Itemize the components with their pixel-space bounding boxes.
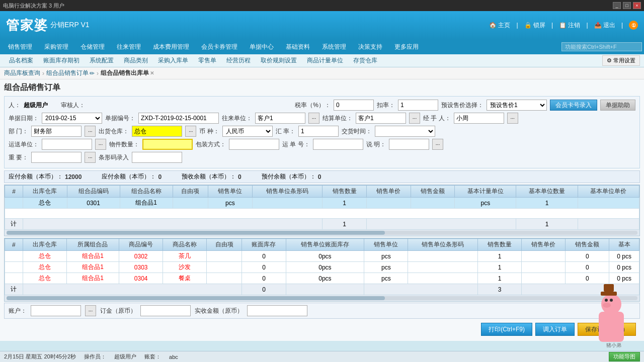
remark-dots-btn[interactable]: ··· <box>432 139 443 150</box>
currency-select[interactable]: 人民币 <box>222 126 273 137</box>
nav-purchase[interactable]: 采购管理 <box>38 39 74 54</box>
sub-nav-purchase-in[interactable]: 采购入库单 <box>153 54 193 67</box>
audit-label: 审核人： <box>61 101 85 110</box>
sub-nav-history[interactable]: 经营历程 <box>221 54 256 67</box>
shipping-no-input[interactable] <box>313 139 363 150</box>
drd3-barcode <box>408 273 478 284</box>
td-name: 组合品1 <box>120 198 173 209</box>
breadcrumb-stock-query[interactable]: 商品库板查询 <box>4 69 40 77</box>
nav-transactions[interactable]: 往来管理 <box>111 39 147 54</box>
dept-input[interactable] <box>31 126 82 137</box>
receivable-value: 0 <box>158 173 162 180</box>
shipping-input[interactable] <box>42 139 92 150</box>
settings-btn[interactable]: ⚙ 常用设置 <box>602 55 640 66</box>
lock-link[interactable]: 🔒 锁屏 <box>524 21 545 30</box>
form-row-4: 运送单位： ··· 物件数量： 包装方式： 运 单 号： 说 明： ··· <box>9 139 635 150</box>
handler-dots-btn[interactable]: ··· <box>507 113 518 124</box>
drd-warehouse: 总仓 <box>23 251 66 262</box>
nav-orders[interactable]: 单据中心 <box>244 39 280 54</box>
info-icon[interactable]: ① <box>629 21 638 30</box>
dept-dots-btn[interactable]: ··· <box>85 126 96 137</box>
breadcrumb-combo-order[interactable]: 组合品销售订单 ✏ <box>46 69 95 77</box>
drd-free <box>207 251 242 262</box>
quantity-input[interactable] <box>142 139 193 150</box>
breadcrumb-close-btn[interactable]: ✕ <box>150 70 154 76</box>
nav-decisions[interactable]: 决策支持 <box>352 39 388 54</box>
delivery-select[interactable] <box>375 126 435 137</box>
drd3-free <box>207 273 242 284</box>
scrollbar-track[interactable] <box>7 231 637 235</box>
th-amount: 销售金额 <box>411 186 455 198</box>
drd-unit-stock: 0pcs <box>286 251 364 262</box>
account-input[interactable] <box>31 305 81 316</box>
th-base-qty: 基本单位数量 <box>516 186 578 198</box>
sub-nav-stock-init[interactable]: 账面库存期初 <box>38 54 85 67</box>
shipping-dots-btn[interactable]: ··· <box>95 139 106 150</box>
th-base-price: 基本单位单价 <box>578 186 639 198</box>
help-map-btn[interactable]: 功能导图 <box>609 352 640 361</box>
warehouse-input[interactable] <box>132 126 182 137</box>
nav-sales[interactable]: 销售管理 <box>2 39 38 54</box>
minimize-btn[interactable]: _ <box>613 2 621 9</box>
nav-basic[interactable]: 基础资料 <box>280 39 316 54</box>
settlement-dots-btn[interactable]: ··· <box>409 113 420 124</box>
nav-more[interactable]: 更多应用 <box>388 39 425 54</box>
date-select[interactable]: 2019-02-15 <box>42 113 102 124</box>
drd2-warehouse: 总仓 <box>23 262 66 273</box>
sub-nav-items[interactable]: 品名档案 <box>4 54 38 67</box>
sub-nav-warehouse[interactable]: 存货仓库 <box>348 54 382 67</box>
detail-row-1[interactable]: 总仓 组合品1 0302 茶几 0 0pcs pcs 1 0 0 pcs <box>5 251 639 262</box>
print-btn[interactable]: 打印(Ctrl+F9) <box>481 323 532 336</box>
import-btn[interactable]: 调入订单 <box>535 323 575 336</box>
dth-unit: 销售单位 <box>364 239 408 251</box>
sub-nav-category[interactable]: 商品类别 <box>119 54 153 67</box>
important-input[interactable] <box>31 152 82 163</box>
home-link[interactable]: 🏠 主页 <box>489 21 510 30</box>
price-select[interactable]: 预设售价1 <box>487 100 547 111</box>
main-table-scrollbar[interactable] <box>5 230 639 236</box>
breadcrumb-combo-out[interactable]: 组合品销售出库单 ✕ <box>101 69 154 77</box>
warehouse-dots-btn[interactable]: ··· <box>185 126 196 137</box>
member-card-btn[interactable]: 会员卡号录入 <box>550 100 597 111</box>
table-row[interactable]: 总仓 0301 组合品1 pcs 1 pcs 1 <box>5 198 639 209</box>
td-base-qty: 1 <box>516 198 578 209</box>
nav-search-input[interactable] <box>561 42 642 51</box>
number-input[interactable] <box>138 113 219 124</box>
maximize-btn[interactable]: □ <box>623 2 631 9</box>
remark-input[interactable] <box>389 139 429 150</box>
order-input[interactable] <box>140 305 191 316</box>
exit-link[interactable]: 📤 退出 <box>594 21 615 30</box>
to-input[interactable] <box>255 113 305 124</box>
user-label: 人： <box>9 101 21 110</box>
sub-nav-unit[interactable]: 商品计量单位 <box>302 54 348 67</box>
help-btn[interactable]: 单据助助 <box>600 100 635 111</box>
shipping-no-label: 运 单 号： <box>282 140 310 149</box>
barcode-input[interactable] <box>132 152 182 163</box>
pack-input[interactable] <box>229 139 279 150</box>
important-dots-btn[interactable]: ··· <box>85 152 96 163</box>
drd2-name: 沙发 <box>163 262 207 273</box>
sub-nav-config[interactable]: 系统配置 <box>85 54 119 67</box>
discount-input[interactable] <box>398 100 438 111</box>
detail-table-scrollbar[interactable] <box>5 295 639 301</box>
received-input[interactable] <box>247 305 307 316</box>
nav-warehouse[interactable]: 仓储管理 <box>74 39 111 54</box>
settlement-input[interactable] <box>356 113 406 124</box>
account-dots-btn[interactable]: ··· <box>85 305 96 316</box>
detail-row-3[interactable]: 总仓 组合品1 0304 餐桌 0 0pcs pcs 1 0 0 pcs <box>5 273 639 284</box>
tax-input[interactable] <box>334 100 374 111</box>
exchange-input[interactable] <box>298 126 339 137</box>
close-btn[interactable]: × <box>633 2 641 9</box>
to-dots-btn[interactable]: ··· <box>308 113 319 124</box>
nav-costs[interactable]: 成本费用管理 <box>147 39 195 54</box>
sub-nav-price-rules[interactable]: 取价规则设置 <box>256 54 302 67</box>
nav-system[interactable]: 系统管理 <box>316 39 352 54</box>
handler-input[interactable] <box>454 113 504 124</box>
detail-scrollbar-track[interactable] <box>7 296 637 300</box>
nav-membership[interactable]: 会员卡券管理 <box>195 39 244 54</box>
barcode-label: 条形码录入 <box>99 153 129 162</box>
logout-link[interactable]: 📋 注销 <box>559 21 580 30</box>
detail-row-2[interactable]: 总仓 组合品1 0303 沙发 0 0pcs pcs 1 0 0 pcs <box>5 262 639 273</box>
drd-unit: pcs <box>364 251 408 262</box>
sub-nav-retail[interactable]: 零售单 <box>193 54 221 67</box>
